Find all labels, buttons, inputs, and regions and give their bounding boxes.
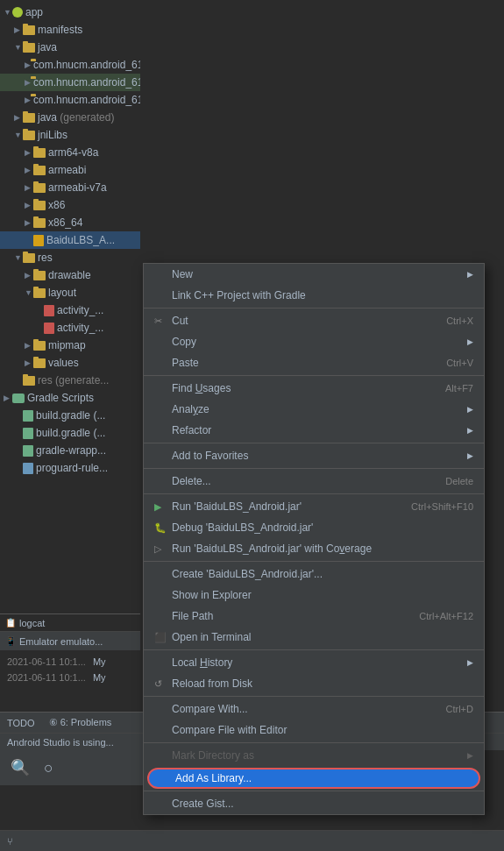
expand-arrow: ▶	[25, 271, 33, 280]
file-icon	[44, 323, 54, 334]
menu-item-run-jar[interactable]: ▶ Run 'BaiduLBS_Android.jar' Ctrl+Shift+…	[144, 496, 484, 517]
menu-item-copy[interactable]: Copy ▶	[144, 331, 484, 352]
log-text-2: My	[93, 672, 106, 683]
emulator-bar[interactable]: 📱 Emulator emulato...	[0, 631, 140, 650]
menu-label-reload-disk: Reload from Disk	[172, 677, 473, 690]
tree-item-gradle-scripts[interactable]: ▶ Gradle Scripts	[0, 389, 140, 407]
tree-label: activity_...	[57, 322, 103, 334]
tree-item-arm64[interactable]: ▶ arm64-v8a	[0, 144, 140, 161]
tree-item-baidulbs[interactable]: BaiduLBS_A...	[0, 231, 140, 249]
menu-separator-6	[144, 561, 484, 562]
menu-item-mark-directory[interactable]: Mark Directory as ▶	[144, 745, 484, 766]
menu-label-link-cpp: Link C++ Project with Gradle	[172, 289, 473, 301]
menu-item-compare-file[interactable]: Compare File with Editor	[144, 720, 484, 741]
menu-item-create-gist[interactable]: Create Gist...	[144, 793, 484, 814]
tree-item-pkg1[interactable]: ▶ com.hnucm.android_611	[0, 56, 140, 74]
menu-item-delete[interactable]: Delete... Delete	[144, 471, 484, 492]
submenu-arrow: ▶	[467, 270, 473, 279]
menu-label-refactor: Refactor	[172, 424, 467, 436]
menu-item-file-path[interactable]: File Path Ctrl+Alt+F12	[144, 606, 484, 627]
tree-item-values[interactable]: ▶ values	[0, 354, 140, 372]
menu-item-debug-jar[interactable]: 🐛 Debug 'BaiduLBS_Android.jar'	[144, 517, 484, 538]
expand-arrow: ▶	[4, 394, 12, 402]
tree-item-drawable[interactable]: ▶ drawable	[0, 266, 140, 284]
expand-arrow: ▶	[25, 218, 33, 227]
run-icon: ▶	[154, 501, 168, 513]
folder-icon	[23, 131, 35, 140]
tree-item-build2[interactable]: build.gradle (...	[0, 424, 140, 442]
find-shortcut: Alt+F7	[445, 383, 473, 394]
menu-label-show-explorer: Show in Explorer	[172, 589, 473, 601]
submenu-arrow: ▶	[467, 751, 473, 760]
tree-item-mipmap[interactable]: ▶ mipmap	[0, 337, 140, 354]
tree-label-suffix: (generated)	[57, 111, 114, 124]
menu-item-run-coverage[interactable]: ▷ Run 'BaiduLBS_Android.jar' with Covera…	[144, 538, 484, 559]
tree-label: arm64-v8a	[48, 146, 98, 159]
folder-icon	[23, 25, 35, 35]
menu-item-cut[interactable]: ✂ Cut Ctrl+X	[144, 310, 484, 331]
menu-item-open-terminal[interactable]: ⬛ Open in Terminal	[144, 627, 484, 648]
submenu-arrow: ▶	[467, 451, 473, 460]
menu-item-link-cpp[interactable]: Link C++ Project with Gradle	[144, 285, 484, 306]
tree-item-res-gen[interactable]: res (generate...	[0, 372, 140, 389]
menu-item-reload-disk[interactable]: ↺ Reload from Disk	[144, 673, 484, 694]
tree-item-layout[interactable]: ▼ layout	[0, 284, 140, 301]
tree-item-manifests[interactable]: ▶ manifests	[0, 21, 140, 39]
menu-label-file-path: File Path	[172, 610, 419, 622]
menu-item-refactor[interactable]: Refactor ▶	[144, 420, 484, 441]
tree-item-activity2[interactable]: activity_...	[0, 319, 140, 337]
search-icon[interactable]: 🔍	[11, 758, 30, 777]
menu-label-mark-directory: Mark Directory as	[172, 749, 467, 762]
tree-label: mipmap	[48, 339, 86, 351]
expand-arrow: ▶	[25, 358, 33, 367]
tree-label: x86	[48, 199, 65, 211]
gradle-icon	[23, 428, 33, 439]
submenu-arrow: ▶	[467, 426, 473, 435]
menu-item-show-explorer[interactable]: Show in Explorer	[144, 585, 484, 606]
tree-item-x86-64[interactable]: ▶ x86_64	[0, 214, 140, 231]
tree-item-proguard[interactable]: proguard-rule...	[0, 459, 140, 477]
menu-item-add-favorites[interactable]: Add to Favorites ▶	[144, 445, 484, 466]
tree-item-gradle-wrap[interactable]: gradle-wrapp...	[0, 442, 140, 459]
tree-item-java[interactable]: ▼ java	[0, 39, 140, 56]
tree-item-x86[interactable]: ▶ x86	[0, 196, 140, 214]
expand-arrow	[14, 464, 23, 472]
folder-icon	[23, 113, 35, 123]
menu-item-compare-with[interactable]: Compare With... Ctrl+D	[144, 699, 484, 720]
gradle-icon	[23, 410, 33, 422]
tree-item-build1[interactable]: build.gradle (...	[0, 407, 140, 424]
expand-arrow: ▶	[25, 166, 33, 174]
menu-item-paste[interactable]: Paste Ctrl+V	[144, 352, 484, 373]
tree-item-pkg2[interactable]: ▶ com.hnucm.android_611 (androidTest)	[0, 74, 140, 91]
menu-item-find-usages[interactable]: Find Usages Alt+F7	[144, 378, 484, 399]
tree-item-java-gen[interactable]: ▶ java (generated)	[0, 109, 140, 126]
folder-icon	[33, 166, 46, 175]
tree-item-pkg3[interactable]: ▶ com.hnucm.android_611 (test)	[0, 91, 140, 109]
folder-icon	[23, 376, 35, 386]
tab-todo[interactable]: TODO	[7, 718, 35, 728]
tree-item-app[interactable]: ▼ app	[0, 4, 140, 21]
expand-arrow: ▶	[25, 201, 33, 209]
expand-arrow: ▼	[14, 253, 23, 262]
menu-item-local-history[interactable]: Local History ▶	[144, 652, 484, 673]
menu-label-create-gist: Create Gist...	[172, 798, 473, 810]
tree-label: drawable	[48, 269, 91, 281]
menu-item-analyze[interactable]: Analyze ▶	[144, 399, 484, 420]
menu-item-add-library[interactable]: Add As Library...	[147, 768, 480, 789]
menu-label-cut: Cut	[172, 315, 446, 327]
menu-item-create-jar[interactable]: Create 'BaiduLBS_Android.jar'...	[144, 564, 484, 585]
tree-label: res	[38, 252, 53, 264]
menu-item-new[interactable]: New ▶	[144, 264, 484, 285]
tree-item-activity1[interactable]: activity_...	[0, 301, 140, 319]
log-text-1: My	[93, 656, 106, 667]
menu-separator-4	[144, 468, 484, 469]
expand-arrow: ▶	[14, 25, 23, 34]
tree-item-armeabi[interactable]: ▶ armeabi	[0, 161, 140, 179]
expand-arrow: ▼	[14, 131, 23, 139]
circle-icon[interactable]: ○	[44, 759, 53, 777]
tree-item-res[interactable]: ▼ res	[0, 249, 140, 266]
tree-item-armeabi-v7a[interactable]: ▶ armeabi-v7a	[0, 179, 140, 196]
tree-item-jnilibs[interactable]: ▼ jniLibs	[0, 126, 140, 144]
menu-separator-9	[144, 742, 484, 743]
tab-problems[interactable]: ⑥ 6: Problems	[49, 717, 112, 728]
